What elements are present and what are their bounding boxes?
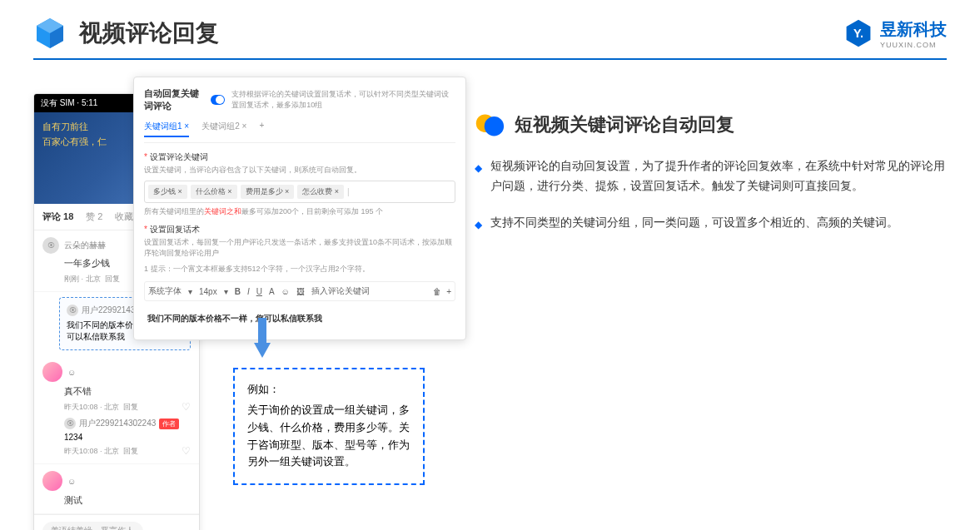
- tag[interactable]: 多少钱 ×: [148, 185, 187, 199]
- example-title: 例如：: [247, 382, 410, 397]
- italic-icon[interactable]: I: [247, 287, 250, 296]
- logo-main: 昱新科技: [880, 18, 947, 41]
- header-left: 视频评论回复: [33, 17, 219, 50]
- settings-title: 自动回复关键词评论: [144, 87, 204, 112]
- page-title: 视频评论回复: [79, 17, 219, 49]
- bullet-item: ◆ 支持不同类型的关键词分组，同一类问题，可设置多个相近的、高频的关键词。: [475, 213, 947, 233]
- heart-icon[interactable]: ♡: [182, 401, 191, 413]
- right-column: 短视频关键词评论自动回复 ◆ 短视频评论的自动回复设置，为了提升作者的评论回复效…: [475, 77, 947, 476]
- example-box: 例如： 关于询价的设置成一组关键词，多少钱、什么价格，费用多少等。关于咨询班型、…: [233, 368, 425, 485]
- avatar: [42, 471, 62, 491]
- add-tab[interactable]: +: [259, 121, 264, 137]
- comment-input: 善语结善缘，恶言伤人心 ☺ @ ⊕: [34, 514, 199, 530]
- bullet-icon: ◆: [475, 160, 482, 196]
- editor-toolbar: 系统字体▾ 14px▾ B I U A ☺ 🖼 插入评论关键词 🗑 +: [144, 281, 455, 301]
- svg-rect-5: [258, 318, 266, 343]
- tag[interactable]: 怎么收费 ×: [297, 185, 344, 199]
- username: 云朵的赫赫: [64, 240, 106, 251]
- avatar: [42, 362, 62, 382]
- add-icon[interactable]: +: [446, 287, 451, 296]
- cube-icon: [33, 17, 67, 50]
- emoji-icon[interactable]: ☺: [281, 287, 290, 296]
- svg-point-8: [485, 116, 504, 136]
- image-icon[interactable]: 🖼: [296, 287, 305, 296]
- tag[interactable]: 费用是多少 ×: [241, 185, 295, 199]
- tag[interactable]: 什么价格 ×: [191, 185, 237, 199]
- bullet-item: ◆ 短视频评论的自动回复设置，为了提升作者的评论回复效率，在系统中针对常见的评论…: [475, 156, 947, 196]
- field-label: 设置回复话术: [144, 224, 455, 235]
- tab-likes[interactable]: 赞 2: [86, 211, 102, 223]
- color-icon[interactable]: A: [269, 287, 275, 296]
- section-title: 短视频关键词评论自动回复: [515, 112, 734, 137]
- comment-item: ☺ 测试: [34, 464, 199, 514]
- toggle[interactable]: [211, 95, 225, 105]
- avatar: ⦿: [42, 237, 59, 254]
- avatar: ⦿: [64, 418, 76, 429]
- author-badge: 作者: [159, 419, 179, 429]
- field-desc: 设置回复话术，每回复一个用户评论只发送一条话术，最多支持设置10条不同话术，按添…: [144, 237, 455, 259]
- left-column: 没有 SIM · 5:11 自有刀前往 百家心有强，仁 评论 18 赞 2 收藏…: [33, 77, 450, 476]
- field-label: 设置评论关键词: [144, 151, 455, 163]
- example-body: 关于询价的设置成一组关键词，多少钱、什么价格，费用多少等。关于咨询班型、版本、型…: [247, 402, 410, 471]
- arrow-icon: [250, 318, 275, 359]
- section-header: 短视频关键词评论自动回复: [475, 110, 947, 140]
- tab-comments[interactable]: 评论 18: [42, 211, 73, 223]
- hint: 所有关键词组里的关键词之和最多可添加200个，目前剩余可添加 195 个: [144, 206, 455, 217]
- settings-panel: 自动回复关键词评论 支持根据评论的关键词设置回复话术，可以针对不同类型关键词设置…: [133, 77, 466, 340]
- logo: Y. 昱新科技 YUUXIN.COM: [843, 18, 947, 49]
- tag-input[interactable]: 多少钱 × 什么价格 × 费用是多少 × 怎么收费 × |: [144, 181, 455, 203]
- heart-icon[interactable]: ♡: [182, 445, 191, 457]
- keyword-tab-2[interactable]: 关键词组2 ×: [201, 121, 246, 137]
- field-desc: 设置关键词，当评论内容包含了以下关键词，则系统可自动回复。: [144, 165, 455, 176]
- chat-bubble-icon: [475, 110, 505, 140]
- logo-icon: Y.: [843, 18, 873, 48]
- keyword-tab-1[interactable]: 关键词组1 ×: [144, 121, 189, 137]
- content: 没有 SIM · 5:11 自有刀前往 百家心有强，仁 评论 18 赞 2 收藏…: [0, 60, 980, 493]
- tab-favs[interactable]: 收藏: [115, 211, 133, 223]
- header: 视频评论回复 Y. 昱新科技 YUUXIN.COM: [0, 0, 980, 58]
- comment-item: ☺ 真不错 昨天10:08 · 北京 回复 ♡ ⦿ 用户229921430224…: [34, 355, 199, 464]
- editor[interactable]: 我们不同的版本价格不一样，您可以私信联系我: [144, 308, 455, 329]
- delete-icon[interactable]: 🗑: [433, 287, 441, 296]
- tab-group: 关键词组1 × 关键词组2 × +: [144, 121, 455, 143]
- avatar: ⦿: [67, 305, 78, 316]
- svg-marker-6: [254, 343, 271, 358]
- svg-text:Y.: Y.: [853, 27, 863, 40]
- bullet-icon: ◆: [475, 216, 482, 233]
- settings-desc: 支持根据评论的关键词设置回复话术，可以针对不同类型关键词设置回复话术，最多添加1…: [231, 89, 455, 111]
- bold-icon[interactable]: B: [235, 287, 241, 296]
- underline-icon[interactable]: U: [256, 287, 262, 296]
- logo-sub: YUUXIN.COM: [880, 41, 947, 49]
- input-box[interactable]: 善语结善缘，恶言伤人心: [42, 522, 143, 530]
